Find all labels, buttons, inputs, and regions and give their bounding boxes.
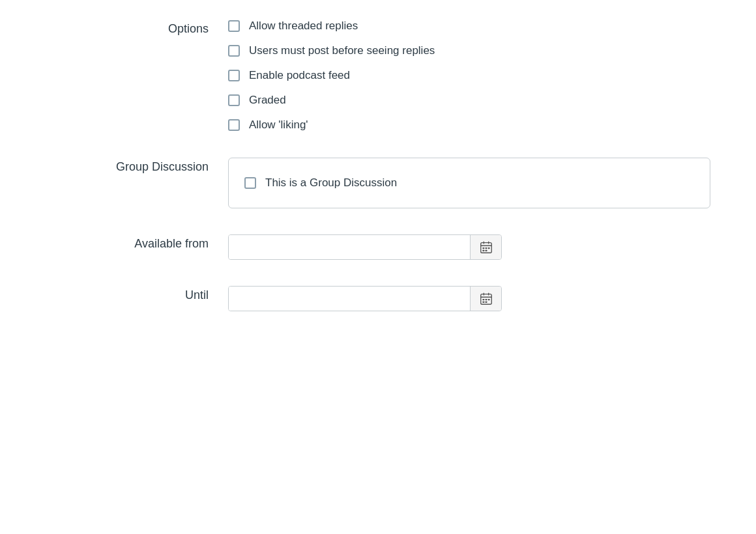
svg-rect-13: [482, 299, 484, 300]
group-discussion-content: This is a Group Discussion: [228, 158, 710, 208]
available-from-content: [228, 234, 710, 260]
svg-rect-16: [482, 301, 484, 302]
checkbox-enable-podcast[interactable]: [228, 70, 240, 81]
checkbox-label-users-must-post: Users must post before seeing replies: [249, 44, 435, 57]
until-content: [228, 286, 710, 311]
svg-rect-5: [485, 247, 487, 249]
checkbox-item-allow-threaded[interactable]: Allow threaded replies: [228, 20, 710, 33]
svg-rect-7: [482, 249, 484, 251]
until-row: Until: [46, 286, 710, 311]
checkbox-item-enable-podcast[interactable]: Enable podcast feed: [228, 69, 710, 82]
available-from-input-wrapper: [228, 234, 502, 260]
checkbox-item-group-discussion[interactable]: This is a Group Discussion: [244, 176, 694, 190]
checkbox-label-group-discussion: This is a Group Discussion: [265, 176, 397, 190]
group-discussion-row: Group Discussion This is a Group Discuss…: [46, 158, 710, 208]
checkbox-group-discussion[interactable]: [244, 177, 256, 189]
calendar-icon-until: [479, 292, 493, 306]
available-from-calendar-button[interactable]: [470, 235, 501, 259]
checkbox-label-allow-liking: Allow 'liking': [249, 119, 308, 132]
svg-rect-17: [485, 301, 487, 302]
svg-rect-15: [487, 299, 489, 300]
checkbox-item-graded[interactable]: Graded: [228, 94, 710, 107]
available-from-label: Available from: [46, 234, 228, 251]
checkbox-allow-liking[interactable]: [228, 119, 240, 131]
until-input-wrapper: [228, 286, 502, 311]
options-row: Options Allow threaded replies Users mus…: [46, 20, 710, 132]
svg-rect-8: [485, 249, 487, 251]
checkbox-users-must-post[interactable]: [228, 45, 240, 57]
available-from-row: Available from: [46, 234, 710, 260]
checkbox-label-graded: Graded: [249, 94, 286, 107]
options-content: Allow threaded replies Users must post b…: [228, 20, 710, 132]
checkbox-allow-threaded[interactable]: [228, 20, 240, 32]
calendar-icon-available-from: [479, 240, 493, 255]
available-from-text-input[interactable]: [229, 235, 470, 259]
form-container: Options Allow threaded replies Users mus…: [20, 0, 736, 357]
group-discussion-box: This is a Group Discussion: [228, 158, 710, 208]
checkbox-item-users-must-post[interactable]: Users must post before seeing replies: [228, 44, 710, 57]
until-text-input[interactable]: [229, 287, 470, 311]
svg-rect-14: [485, 299, 487, 300]
checkbox-item-allow-liking[interactable]: Allow 'liking': [228, 119, 710, 132]
until-calendar-button[interactable]: [470, 287, 501, 311]
svg-rect-6: [487, 247, 489, 249]
until-label: Until: [46, 286, 228, 302]
options-checkbox-group: Allow threaded replies Users must post b…: [228, 20, 710, 132]
checkbox-label-allow-threaded: Allow threaded replies: [249, 20, 358, 33]
group-discussion-label: Group Discussion: [46, 158, 228, 174]
checkbox-label-enable-podcast: Enable podcast feed: [249, 69, 350, 82]
checkbox-graded[interactable]: [228, 94, 240, 106]
options-label: Options: [46, 20, 228, 36]
svg-rect-4: [482, 247, 484, 249]
